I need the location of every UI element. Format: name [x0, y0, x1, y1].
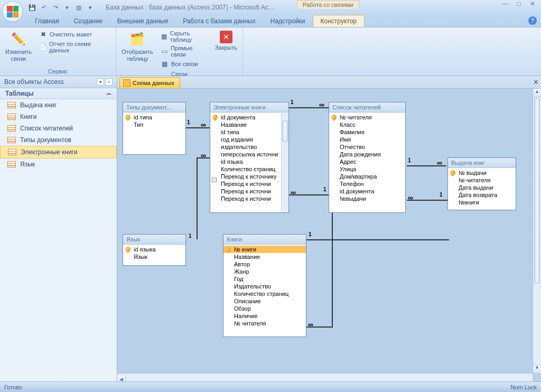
relationships-canvas[interactable]: 1 ∞ 1 ∞ 1 ∞ 1 ∞ 1 ∞ 1 ∞: [117, 89, 541, 381]
table-field[interactable]: id документа: [210, 114, 288, 121]
doc-tab-relationships[interactable]: Схема данных: [119, 77, 180, 88]
table-field[interactable]: Дата рождения: [329, 151, 405, 158]
scroll-down-icon[interactable]: ▼: [533, 365, 541, 373]
table-header[interactable]: Книги: [223, 235, 306, 245]
close-button[interactable]: ✕: [527, 0, 538, 7]
table-field[interactable]: Количество страниц: [210, 165, 288, 173]
table-field[interactable]: Наличие: [223, 312, 306, 320]
table-field[interactable]: год издания: [210, 136, 288, 143]
scroll-up-icon[interactable]: ▲: [533, 89, 541, 97]
table-field[interactable]: Имя: [329, 136, 405, 143]
table-header[interactable]: Выдача книг: [448, 158, 516, 168]
table-field[interactable]: id языка: [210, 158, 288, 165]
table-field[interactable]: Переход к источни: [210, 180, 288, 188]
table-field[interactable]: Переход к источни: [210, 188, 288, 195]
clear-layout-button[interactable]: ✖ Очистить макет: [38, 30, 111, 39]
table-field[interactable]: Год: [223, 275, 306, 283]
table-field[interactable]: Автор: [223, 260, 306, 268]
nav-item[interactable]: Электронные книги: [0, 146, 117, 158]
table-readers[interactable]: Список читателей№ читателяКлассФамилияИм…: [329, 102, 406, 213]
table-field[interactable]: Переход к источни: [210, 195, 288, 202]
table-doc-types[interactable]: Типы документ...id типаТип: [123, 102, 186, 155]
help-icon[interactable]: ?: [528, 16, 537, 25]
table-ebooks[interactable]: Электронные книгиid документаНазваниеid …: [210, 102, 289, 213]
tab-dbtools[interactable]: Работа с базами данных: [175, 15, 263, 27]
table-field[interactable]: Фамилия: [329, 128, 405, 136]
all-links-button[interactable]: ▦ Все связи: [160, 59, 209, 69]
relationship-report-button[interactable]: 📄 Отчет по схеме данных: [38, 40, 111, 54]
table-field[interactable]: № читателя: [448, 176, 516, 184]
table-header[interactable]: Язык: [123, 235, 185, 245]
table-field[interactable]: Название: [210, 121, 288, 128]
table-header[interactable]: Типы документ...: [123, 102, 185, 113]
nav-item[interactable]: Язык: [0, 158, 117, 170]
table-field[interactable]: гиперссылка источни: [210, 151, 288, 158]
tab-addins[interactable]: Надстройки: [263, 15, 313, 27]
redo-icon[interactable]: ↷: [51, 3, 60, 12]
tab-design[interactable]: Конструктор: [313, 15, 365, 27]
nav-item[interactable]: Список читателей: [0, 123, 117, 134]
table-field[interactable]: id документа: [329, 188, 405, 195]
table-field[interactable]: Обзор: [223, 305, 306, 312]
table-lang[interactable]: Языкid языкаЯзык: [123, 234, 186, 266]
nav-section-tables[interactable]: Таблицы ︽: [0, 88, 117, 99]
table-field[interactable]: id языка: [123, 246, 185, 253]
table-field[interactable]: Телефон: [329, 180, 405, 188]
vertical-scrollbar[interactable]: ▲ ▼: [533, 89, 541, 373]
table-field[interactable]: Жанр: [223, 268, 306, 275]
undo-icon[interactable]: ↶: [39, 3, 49, 12]
nav-collapse-icon[interactable]: «: [105, 78, 113, 86]
table-field[interactable]: Название: [223, 253, 306, 260]
tab-create[interactable]: Создание: [67, 15, 110, 27]
save-icon[interactable]: 💾: [27, 3, 37, 12]
direct-links-button[interactable]: ▭ Прямые связи: [160, 44, 209, 58]
office-button[interactable]: [2, 1, 23, 22]
show-table-button[interactable]: 🗂️ Отобразить таблицу: [118, 29, 156, 64]
table-field[interactable]: Класс: [329, 121, 405, 128]
table-field[interactable]: Количество страниц: [223, 290, 306, 297]
nav-dropdown-icon[interactable]: ▾: [97, 78, 104, 86]
table-field[interactable]: Отчество: [329, 143, 405, 151]
table-field[interactable]: №выдачи: [329, 195, 405, 202]
nav-item[interactable]: Книги: [0, 111, 117, 123]
table-field[interactable]: id типа: [123, 114, 185, 121]
table-field[interactable]: Улица: [329, 165, 405, 173]
edit-relationships-button[interactable]: ✏️ Изменить связи: [2, 29, 35, 64]
table-header[interactable]: Электронные книги: [210, 102, 288, 113]
table-field[interactable]: № выдачи: [448, 169, 516, 176]
nav-item[interactable]: Выдача книг: [0, 99, 117, 111]
maximize-button[interactable]: □: [514, 0, 524, 7]
tab-external[interactable]: Внешние данные: [110, 15, 176, 27]
table-scroll-thumb[interactable]: [282, 120, 288, 142]
table-field[interactable]: издательство: [210, 143, 288, 151]
close-button-ribbon[interactable]: ✕ Закрыть: [212, 29, 240, 53]
table-scrollbar[interactable]: [281, 113, 288, 212]
scroll-left-icon[interactable]: ◀: [117, 376, 126, 382]
nav-item[interactable]: Типы документов: [0, 134, 117, 146]
doc-close-icon[interactable]: ✕: [533, 78, 539, 86]
table-field[interactable]: Дата выдачи: [448, 184, 516, 191]
tab-home[interactable]: Главная: [27, 15, 67, 27]
scroll-thumb[interactable]: [534, 98, 540, 283]
table-loans[interactable]: Выдача книг№ выдачи№ читателяДата выдачи…: [447, 157, 516, 210]
table-books[interactable]: Книги№ книгиНазваниеАвторЖанрГодИздатель…: [223, 234, 306, 337]
minimize-button[interactable]: —: [500, 0, 510, 7]
table-field[interactable]: Дом/квартира: [329, 173, 405, 180]
qat-extra-icon[interactable]: ▥: [74, 3, 83, 12]
table-header[interactable]: Список читателей: [329, 102, 405, 113]
horizontal-scrollbar[interactable]: ◀: [117, 373, 533, 381]
table-field[interactable]: Описание: [223, 297, 306, 305]
table-field[interactable]: Язык: [123, 253, 185, 260]
hide-table-button[interactable]: ▦ Скрыть таблицу: [160, 30, 209, 43]
table-field[interactable]: Адрес: [329, 158, 405, 165]
table-field[interactable]: № читателя: [223, 320, 306, 327]
table-field[interactable]: № читателя: [329, 114, 405, 121]
nav-header[interactable]: Все объекты Access ▾«: [0, 76, 117, 88]
expand-icon[interactable]: -: [212, 178, 217, 182]
table-field[interactable]: id типа: [210, 128, 288, 136]
table-field[interactable]: Издательство: [223, 283, 306, 290]
table-field[interactable]: Переход к источнику: [210, 173, 288, 180]
qat-dropdown-icon[interactable]: ▾: [86, 3, 95, 12]
table-field[interactable]: №книги: [448, 199, 516, 206]
table-field[interactable]: № книги: [223, 246, 306, 253]
